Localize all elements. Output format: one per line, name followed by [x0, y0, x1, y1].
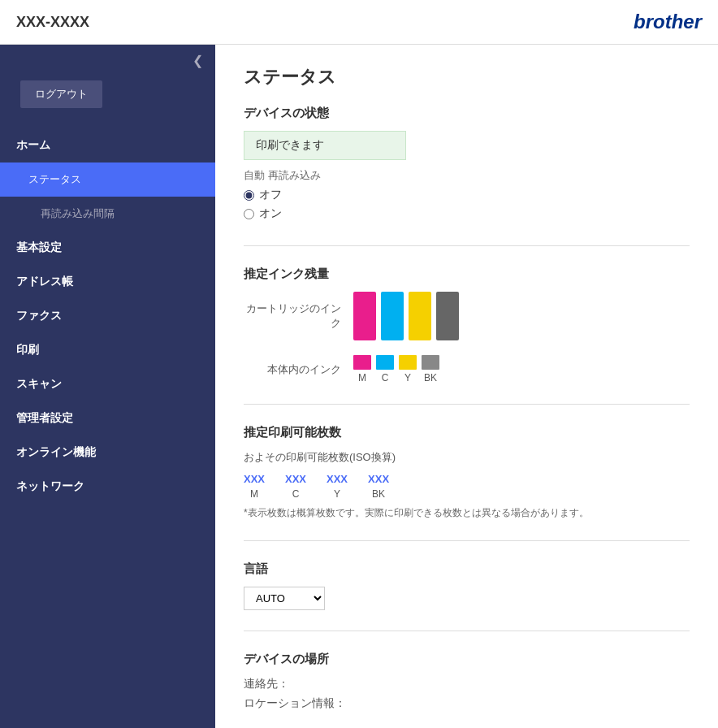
device-location-title: デバイスの場所 [244, 652, 690, 667]
count-value-bk: XXX [368, 473, 389, 485]
small-ink-bk: BK [422, 355, 439, 384]
auto-reload-radio-group: オフ オン [244, 188, 690, 221]
sidebar-item-status[interactable]: ステータス [0, 162, 215, 197]
count-label-bk: BK [372, 488, 385, 500]
language-section: 言語 AUTO 日本語 English [244, 561, 690, 631]
print-note: *表示枚数は概算枚数です。実際に印刷できる枚数とは異なる場合があります。 [244, 506, 690, 520]
print-count-c: XXX C [285, 473, 306, 500]
header: XXX-XXXX brother [0, 0, 718, 45]
sidebar-item-address-book[interactable]: アドレス帳 [0, 265, 215, 299]
small-bar-magenta [353, 355, 371, 370]
small-label-c: C [382, 372, 389, 384]
ink-section: 推定インク残量 カートリッジのインク 本体内のインク M [244, 266, 690, 405]
small-bar-cyan [376, 355, 394, 370]
small-ink-c: C [376, 355, 394, 384]
print-count-row: XXX M XXX C XXX Y XXX BK [244, 473, 690, 500]
main-layout: ❮ ログアウト ホーム ステータス 再読み込み間隔 基本設定 アドレス帳 ファク… [0, 45, 718, 728]
contact-row: 連絡先： [244, 677, 690, 691]
radio-on-label: オン [259, 206, 282, 221]
sidebar-item-scan[interactable]: スキャン [0, 367, 215, 401]
small-ink-y: Y [399, 355, 417, 384]
sidebar-item-fax[interactable]: ファクス [0, 299, 215, 333]
page-title: XXX-XXXX [16, 14, 89, 31]
sidebar: ❮ ログアウト ホーム ステータス 再読み込み間隔 基本設定 アドレス帳 ファク… [0, 45, 215, 728]
sidebar-item-admin-settings[interactable]: 管理者設定 [0, 401, 215, 436]
location-row: ロケーション情報： [244, 696, 690, 711]
print-count-m: XXX M [244, 473, 265, 500]
device-label: 本体内のインク [244, 362, 341, 377]
small-ink-m: M [353, 355, 371, 384]
count-label-c: C [292, 488, 300, 500]
device-location-section: デバイスの場所 連絡先： ロケーション情報： [244, 652, 690, 728]
device-ink-row: 本体内のインク M C Y [244, 355, 690, 384]
radio-row-on: オン [244, 206, 690, 221]
sidebar-item-home[interactable]: ホーム [0, 128, 215, 162]
content-area: ステータス デバイスの状態 印刷できます 自動 再読み込み オフ オン [215, 45, 718, 728]
language-title: 言語 [244, 561, 690, 577]
small-bar-black [422, 355, 439, 370]
ink-bar-yellow [409, 292, 431, 340]
status-badge: 印刷できます [244, 131, 406, 160]
count-label-y: Y [334, 488, 340, 500]
small-label-y: Y [404, 372, 411, 384]
ink-bars [353, 292, 459, 340]
radio-off[interactable] [244, 190, 254, 201]
ink-bar-magenta [353, 292, 376, 340]
sidebar-collapse-area: ❮ [0, 45, 215, 76]
count-value-c: XXX [285, 473, 306, 485]
auto-reload-label: 自動 再読み込み [244, 168, 690, 183]
ink-section-title: 推定インク残量 [244, 266, 690, 282]
print-count-subtitle: およその印刷可能枚数(ISO換算) [244, 450, 690, 465]
small-bar-yellow [399, 355, 417, 370]
logout-button[interactable]: ログアウト [20, 80, 102, 108]
language-select[interactable]: AUTO 日本語 English [244, 587, 325, 610]
sidebar-item-online[interactable]: オンライン機能 [0, 436, 215, 470]
print-count-bk: XXX BK [368, 473, 389, 500]
content-title: ステータス [244, 65, 690, 89]
brand-logo: brother [634, 11, 702, 33]
print-count-section: 推定印刷可能枚数 およその印刷可能枚数(ISO換算) XXX M XXX C X… [244, 425, 690, 541]
sidebar-item-print[interactable]: 印刷 [0, 333, 215, 367]
ink-bar-cyan [381, 292, 404, 340]
device-status-section: デバイスの状態 印刷できます 自動 再読み込み オフ オン [244, 106, 690, 246]
sidebar-item-reload-interval[interactable]: 再読み込み間隔 [0, 197, 215, 231]
cartridge-label: カートリッジのインク [244, 301, 341, 331]
print-count-title: 推定印刷可能枚数 [244, 425, 690, 440]
ink-bar-black [436, 292, 459, 340]
collapse-button[interactable]: ❮ [192, 53, 203, 68]
ink-small-bars: M C Y BK [353, 355, 439, 384]
radio-on[interactable] [244, 209, 254, 219]
radio-row-off: オフ [244, 188, 690, 202]
device-status-title: デバイスの状態 [244, 106, 690, 121]
cartridge-ink-row: カートリッジのインク [244, 292, 690, 340]
sidebar-item-basic-settings[interactable]: 基本設定 [0, 231, 215, 265]
count-value-m: XXX [244, 473, 265, 485]
radio-off-label: オフ [259, 188, 282, 202]
small-label-m: M [358, 372, 366, 384]
sidebar-item-network[interactable]: ネットワーク [0, 470, 215, 504]
print-count-y: XXX Y [327, 473, 348, 500]
small-label-bk: BK [424, 372, 437, 384]
count-value-y: XXX [327, 473, 348, 485]
auto-reload-section: 自動 再読み込み オフ オン [244, 168, 690, 221]
count-label-m: M [250, 488, 258, 500]
